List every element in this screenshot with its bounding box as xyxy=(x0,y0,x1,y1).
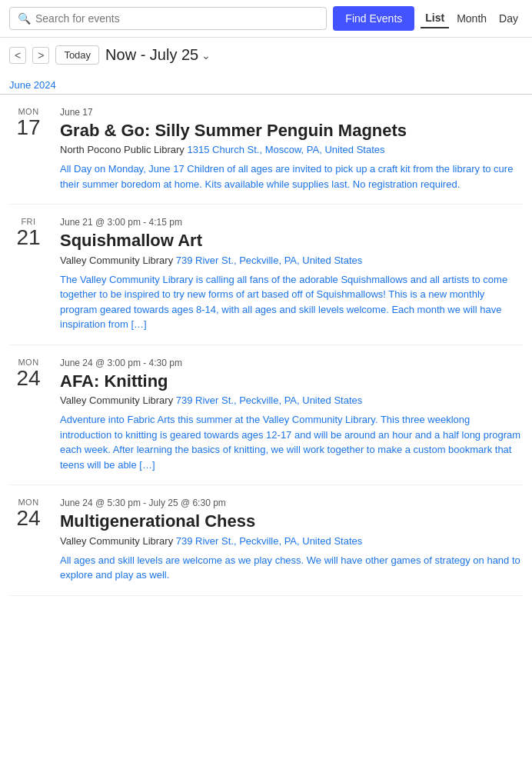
event-location: North Pocono Public Library 1315 Church … xyxy=(60,144,523,155)
day-number: 24 xyxy=(9,367,48,391)
day-col: MON 24 xyxy=(9,498,48,582)
event-date-time: June 24 @ 3:00 pm - 4:30 pm xyxy=(60,358,523,368)
view-toggle: List Month Day xyxy=(421,8,523,28)
month-section: June 2024 xyxy=(0,72,532,95)
day-name: MON xyxy=(9,358,48,367)
event-description: All ages and skill levels are welcome as… xyxy=(60,553,523,583)
view-list-button[interactable]: List xyxy=(421,8,449,28)
location-name: North Pocono Public Library xyxy=(60,144,185,155)
search-icon: 🔍 xyxy=(18,12,31,25)
day-number: 21 xyxy=(9,226,48,250)
event-row: MON 24 June 24 @ 3:00 pm - 4:30 pm AFA: … xyxy=(9,345,523,485)
location-address[interactable]: 1315 Church St., Moscow, PA, United Stat… xyxy=(187,144,384,155)
location-address[interactable]: 739 River St., Peckville, PA, United Sta… xyxy=(176,535,363,547)
event-date-time: June 24 @ 5:30 pm - July 25 @ 6:30 pm xyxy=(60,498,523,508)
location-name: Valley Community Library xyxy=(60,535,173,547)
events-list: MON 17 June 17 Grab & Go: Silly Summer P… xyxy=(0,95,532,596)
event-detail: June 24 @ 3:00 pm - 4:30 pm AFA: Knittin… xyxy=(60,358,523,472)
event-location: Valley Community Library 739 River St., … xyxy=(60,394,523,406)
event-row: MON 17 June 17 Grab & Go: Silly Summer P… xyxy=(9,95,523,205)
event-row: MON 24 June 24 @ 5:30 pm - July 25 @ 6:3… xyxy=(9,485,523,595)
event-date-time: June 21 @ 3:00 pm - 4:15 pm xyxy=(60,217,523,228)
find-events-button[interactable]: Find Events xyxy=(333,6,414,31)
event-detail: June 21 @ 3:00 pm - 4:15 pm Squishmallow… xyxy=(60,217,523,331)
day-col: MON 24 xyxy=(9,358,48,472)
event-description: The Valley Community Library is calling … xyxy=(60,272,523,332)
event-title: Squishmallow Art xyxy=(60,231,523,251)
event-title: Grab & Go: Silly Summer Penguin Magnets xyxy=(60,121,523,141)
nav-bar: < > Today Now - July 25 ⌄ xyxy=(0,38,532,72)
location-name: Valley Community Library xyxy=(60,255,173,266)
event-row: FRI 21 June 21 @ 3:00 pm - 4:15 pm Squis… xyxy=(9,205,523,345)
header: 🔍 Find Events List Month Day xyxy=(0,0,532,38)
date-range-label: Now - July 25 xyxy=(105,46,198,64)
chevron-down-icon: ⌄ xyxy=(201,49,211,62)
prev-button[interactable]: < xyxy=(9,47,26,64)
day-col: FRI 21 xyxy=(9,217,48,331)
day-col: MON 17 xyxy=(9,107,48,191)
day-number: 17 xyxy=(9,116,48,140)
location-address[interactable]: 739 River St., Peckville, PA, United Sta… xyxy=(176,255,363,266)
day-number: 24 xyxy=(9,507,48,531)
search-box[interactable]: 🔍 xyxy=(9,7,327,30)
event-location: Valley Community Library 739 River St., … xyxy=(60,535,523,547)
event-detail: June 24 @ 5:30 pm - July 25 @ 6:30 pm Mu… xyxy=(60,498,523,582)
event-title: Multigenerational Chess xyxy=(60,511,523,531)
event-title: AFA: Knitting xyxy=(60,371,523,391)
today-button[interactable]: Today xyxy=(55,45,99,65)
event-date-time: June 17 xyxy=(60,107,523,118)
month-label: June 2024 xyxy=(9,79,56,91)
event-detail: June 17 Grab & Go: Silly Summer Penguin … xyxy=(60,107,523,191)
location-address[interactable]: 739 River St., Peckville, PA, United Sta… xyxy=(176,394,363,406)
event-description: Adventure into Fabric Arts this summer a… xyxy=(60,412,523,472)
next-button[interactable]: > xyxy=(32,47,49,64)
view-month-button[interactable]: Month xyxy=(452,9,491,28)
view-day-button[interactable]: Day xyxy=(494,9,523,28)
location-name: Valley Community Library xyxy=(60,394,173,406)
date-range[interactable]: Now - July 25 ⌄ xyxy=(105,46,211,64)
search-input[interactable] xyxy=(35,12,318,25)
event-description: All Day on Monday, June 17 Children of a… xyxy=(60,161,523,191)
event-location: Valley Community Library 739 River St., … xyxy=(60,255,523,266)
